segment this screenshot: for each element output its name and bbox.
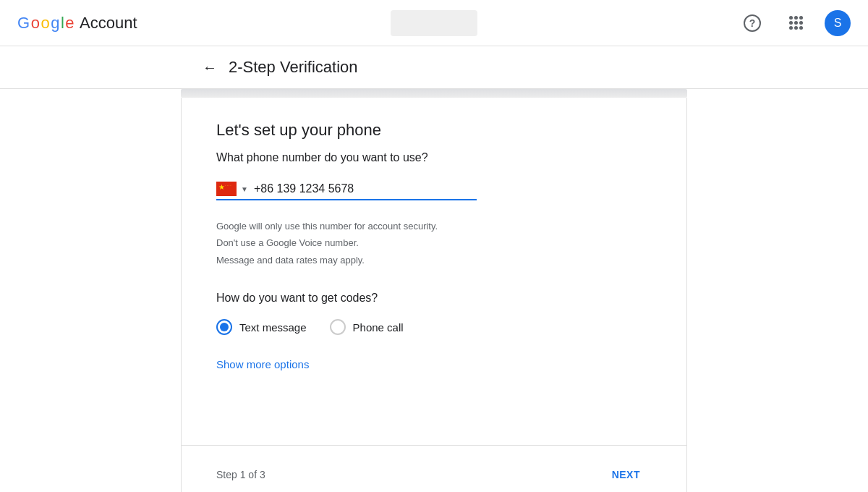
- dropdown-arrow-icon: ▼: [241, 185, 248, 193]
- scroll-blur: [181, 89, 687, 98]
- main-content-wrapper: Let's set up your phone What phone numbe…: [0, 98, 868, 445]
- account-label: Account: [80, 14, 137, 33]
- disclaimer-line3: Message and data rates may apply.: [216, 252, 652, 268]
- avatar[interactable]: S: [825, 10, 851, 36]
- radio-group: Text message Phone call: [216, 319, 652, 335]
- section-question: What phone number do you want to use?: [216, 151, 652, 164]
- step-indicator: Step 1 of 3: [216, 469, 265, 480]
- radio-call-label: Phone call: [353, 321, 404, 334]
- radio-inner-text: [220, 323, 229, 331]
- radio-phone-call[interactable]: Phone call: [330, 319, 404, 335]
- country-selector[interactable]: ▼: [216, 182, 254, 196]
- card-footer: Step 1 of 3 NEXT: [181, 445, 687, 492]
- section-title: Let's set up your phone: [216, 121, 652, 140]
- radio-text-message[interactable]: Text message: [216, 319, 307, 335]
- header: Google Account ? S: [0, 0, 868, 46]
- search-area: [391, 10, 477, 36]
- china-flag-icon: [216, 182, 237, 196]
- phone-input-row: ▼: [216, 182, 477, 200]
- page-title: 2-Step Verification: [229, 58, 358, 77]
- next-button[interactable]: NEXT: [600, 463, 652, 486]
- apps-grid-icon: [789, 16, 803, 30]
- search-placeholder: [391, 10, 477, 36]
- radio-circle-text: [216, 319, 232, 335]
- phone-number-input[interactable]: [254, 182, 413, 195]
- show-more-link[interactable]: Show more options: [216, 358, 309, 370]
- logo-area: Google Account: [17, 14, 137, 33]
- content-card: Let's set up your phone What phone numbe…: [181, 98, 687, 445]
- sub-header: ← 2-Step Verification: [0, 46, 868, 88]
- google-logo: Google: [17, 14, 74, 33]
- radio-text-label: Text message: [239, 321, 307, 334]
- disclaimer-line2: Don't use a Google Voice number.: [216, 234, 652, 251]
- disclaimer-text: Google will only use this number for acc…: [216, 218, 652, 268]
- disclaimer-line1: Google will only use this number for acc…: [216, 218, 652, 234]
- help-button[interactable]: ?: [738, 9, 767, 38]
- scroll-indicator: [0, 89, 868, 98]
- header-actions: ? S: [738, 9, 851, 38]
- radio-circle-call: [330, 319, 346, 335]
- codes-question: How do you want to get codes?: [216, 292, 652, 305]
- back-button[interactable]: ←: [203, 59, 217, 76]
- apps-button[interactable]: [781, 9, 810, 38]
- help-icon: ?: [744, 14, 761, 32]
